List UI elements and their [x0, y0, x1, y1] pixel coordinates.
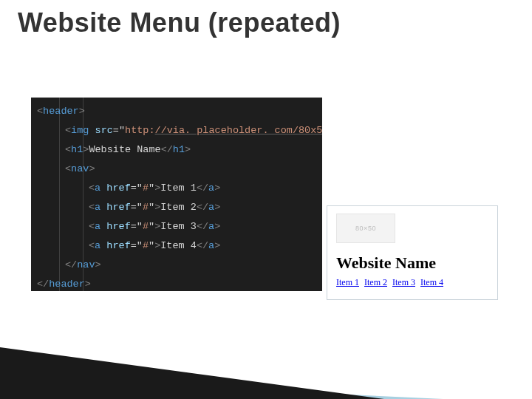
preview-link-item3[interactable]: Item 3: [392, 277, 415, 287]
code-line: <header>: [37, 102, 322, 121]
placeholder-image: 80×50: [336, 214, 395, 243]
code-line: <a href="#">Item 2</a>: [37, 198, 322, 217]
code-line: <a href="#">Item 1</a>: [37, 179, 322, 198]
preview-link-item4[interactable]: Item 4: [420, 277, 443, 287]
code-line: <img src="http://via. placeholder. com/8…: [37, 121, 322, 140]
code-editor: <header> <img src="http://via. placehold…: [31, 98, 322, 291]
code-line: <h1>Website Name</h1>: [37, 140, 322, 160]
preview-link-item1[interactable]: Item 1: [336, 277, 359, 287]
decorative-wedge-dark: [0, 347, 384, 399]
code-line: <a href="#">Item 3</a>: [37, 217, 322, 236]
slide-title: Website Menu (repeated): [18, 7, 341, 38]
preview-nav: Item 1 Item 2 Item 3 Item 4: [336, 277, 488, 288]
code-line: <a href="#">Item 4</a>: [37, 236, 322, 256]
preview-heading: Website Name: [336, 253, 488, 273]
preview-link-item2[interactable]: Item 2: [364, 277, 387, 287]
code-line: <nav>: [37, 160, 322, 179]
code-line: </nav>: [37, 256, 322, 275]
rendered-preview: 80×50 Website Name Item 1 Item 2 Item 3 …: [327, 205, 498, 300]
code-line: </header>: [37, 275, 322, 291]
